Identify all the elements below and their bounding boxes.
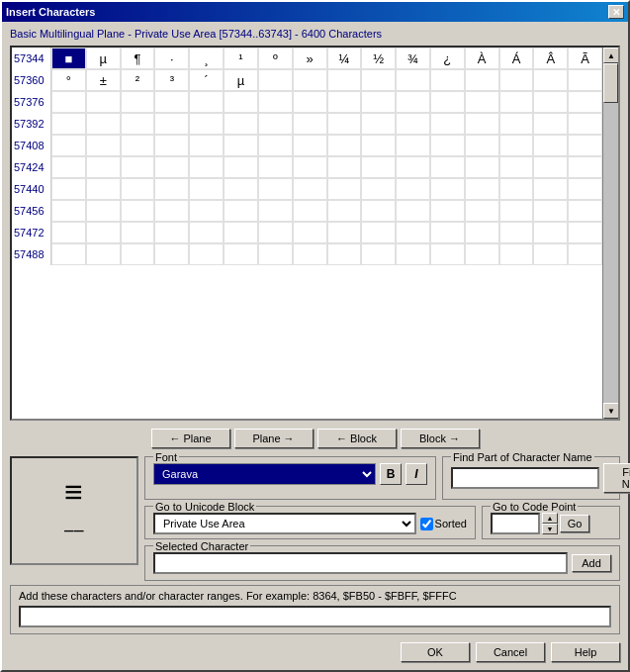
char-cell[interactable] <box>533 113 568 135</box>
char-cell[interactable]: Ã <box>568 48 602 69</box>
char-cell[interactable] <box>121 156 155 178</box>
char-cell[interactable] <box>154 222 189 243</box>
char-cell[interactable] <box>533 200 568 222</box>
char-cell[interactable] <box>154 243 189 265</box>
char-cell[interactable] <box>121 135 155 156</box>
char-cell[interactable] <box>189 243 224 265</box>
char-cell[interactable] <box>293 135 327 156</box>
char-cell[interactable] <box>224 113 258 135</box>
char-cell[interactable] <box>465 156 499 178</box>
char-cell[interactable]: » <box>293 48 327 69</box>
char-cell[interactable] <box>465 113 499 135</box>
char-cell[interactable] <box>327 243 362 265</box>
help-button[interactable]: Help <box>551 642 620 662</box>
char-cell[interactable] <box>121 222 155 243</box>
ok-button[interactable]: OK <box>401 642 470 662</box>
char-cell[interactable] <box>499 222 534 243</box>
char-cell[interactable] <box>465 135 499 156</box>
char-grid-scroll[interactable]: 57344■µ¶·¸¹º»¼½¾¿ÀÁÂÃ57360°±²³´µ57376573… <box>12 48 602 419</box>
char-cell[interactable] <box>396 113 430 135</box>
char-cell[interactable]: µ <box>86 48 121 69</box>
spinner-up[interactable]: ▲ <box>542 513 558 524</box>
char-cell[interactable] <box>568 69 602 91</box>
sorted-label[interactable]: Sorted <box>420 518 467 530</box>
char-cell[interactable] <box>327 113 362 135</box>
char-cell[interactable] <box>293 113 327 135</box>
char-cell[interactable] <box>568 222 602 243</box>
char-cell[interactable] <box>154 91 189 113</box>
char-cell[interactable] <box>224 243 258 265</box>
char-cell[interactable] <box>86 91 121 113</box>
char-cell[interactable] <box>327 222 362 243</box>
block-back-button[interactable]: ← Block <box>317 429 397 448</box>
char-cell[interactable] <box>465 222 499 243</box>
char-cell[interactable] <box>533 243 568 265</box>
char-cell[interactable] <box>568 178 602 200</box>
char-cell[interactable] <box>361 135 396 156</box>
char-cell[interactable] <box>154 178 189 200</box>
char-cell[interactable] <box>465 69 499 91</box>
char-cell[interactable] <box>499 156 534 178</box>
char-cell[interactable] <box>361 113 396 135</box>
char-cell[interactable] <box>293 243 327 265</box>
char-cell[interactable] <box>224 156 258 178</box>
char-cell[interactable] <box>293 200 327 222</box>
char-cell[interactable] <box>327 178 362 200</box>
char-cell[interactable] <box>396 69 430 91</box>
char-cell[interactable] <box>189 113 224 135</box>
char-cell[interactable] <box>293 178 327 200</box>
char-cell[interactable] <box>327 200 362 222</box>
char-cell[interactable] <box>258 135 293 156</box>
vertical-scrollbar[interactable]: ▲ ▼ <box>602 48 618 419</box>
cancel-button[interactable]: Cancel <box>476 642 545 662</box>
find-part-input[interactable] <box>451 467 599 489</box>
char-cell[interactable] <box>86 156 121 178</box>
char-cell[interactable]: Â <box>533 48 568 69</box>
plane-fwd-button[interactable]: Plane → <box>234 429 314 448</box>
char-cell[interactable]: ¶ <box>121 48 155 69</box>
char-cell[interactable]: ¾ <box>396 48 430 69</box>
char-cell[interactable] <box>224 178 258 200</box>
scroll-up-button[interactable]: ▲ <box>603 48 619 63</box>
char-cell[interactable] <box>361 91 396 113</box>
char-cell[interactable] <box>396 91 430 113</box>
char-cell[interactable] <box>51 91 86 113</box>
close-button[interactable]: ✕ <box>608 5 624 19</box>
char-cell[interactable] <box>361 156 396 178</box>
char-cell[interactable] <box>258 178 293 200</box>
char-cell[interactable]: º <box>258 48 293 69</box>
char-cell[interactable]: ´ <box>189 69 224 91</box>
scroll-track[interactable] <box>603 63 618 403</box>
char-cell[interactable] <box>430 113 465 135</box>
char-cell[interactable] <box>121 200 155 222</box>
char-cell[interactable] <box>568 91 602 113</box>
scroll-down-button[interactable]: ▼ <box>603 403 619 419</box>
char-cell[interactable] <box>499 91 534 113</box>
char-cell[interactable] <box>430 156 465 178</box>
char-cell[interactable] <box>465 200 499 222</box>
plane-back-button[interactable]: ← Plane <box>151 429 230 448</box>
char-cell[interactable] <box>86 135 121 156</box>
char-cell[interactable] <box>361 69 396 91</box>
char-cell[interactable] <box>396 222 430 243</box>
char-cell[interactable] <box>327 135 362 156</box>
char-cell[interactable] <box>121 178 155 200</box>
char-cell[interactable] <box>293 69 327 91</box>
char-cell[interactable]: ■ <box>51 48 86 69</box>
char-cell[interactable] <box>121 243 155 265</box>
char-cell[interactable] <box>568 135 602 156</box>
code-point-input[interactable]: 0 <box>491 513 540 534</box>
char-cell[interactable] <box>189 135 224 156</box>
char-cell[interactable] <box>499 243 534 265</box>
char-cell[interactable] <box>430 135 465 156</box>
char-cell[interactable] <box>361 222 396 243</box>
char-cell[interactable] <box>258 243 293 265</box>
char-cell[interactable]: ¼ <box>327 48 362 69</box>
char-cell[interactable]: ¸ <box>189 48 224 69</box>
bold-button[interactable]: B <box>380 463 402 485</box>
char-cell[interactable] <box>396 135 430 156</box>
char-cell[interactable] <box>224 200 258 222</box>
char-cell[interactable] <box>258 156 293 178</box>
char-cell[interactable] <box>533 178 568 200</box>
char-cell[interactable] <box>189 222 224 243</box>
